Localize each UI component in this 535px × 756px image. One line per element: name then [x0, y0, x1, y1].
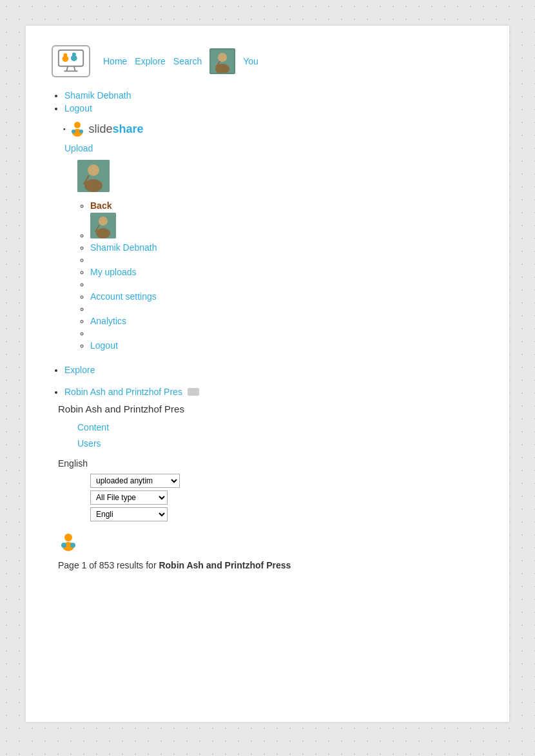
svg-point-26: [61, 543, 66, 548]
main-menu: Shamik Debnath Logout: [52, 90, 483, 113]
svg-point-27: [70, 543, 75, 548]
slideshare-logo-row: • slideshare: [63, 120, 483, 138]
tab-content[interactable]: Content: [77, 420, 483, 436]
svg-point-22: [96, 228, 110, 238]
channel-tabs: Content Users: [77, 420, 483, 452]
sub-username[interactable]: Shamik Debnath: [90, 242, 157, 253]
sub-menu: Back Shamik Debnath My uploads Account s…: [52, 200, 483, 351]
svg-line-1: [66, 66, 68, 72]
svg-point-7: [72, 53, 76, 57]
menu-username[interactable]: Shamik Debnath: [64, 90, 131, 101]
results-query: Robin Ash and Printzhof Press: [159, 560, 291, 570]
menu-upload[interactable]: Upload: [64, 143, 93, 153]
nav-links: Home Explore Search You: [103, 48, 258, 74]
language-label: English: [58, 458, 483, 469]
results-prefix: Page 1 of 853 results for: [58, 560, 159, 570]
sub-account-settings[interactable]: Account settings: [90, 291, 157, 302]
menu-logout-top[interactable]: Logout: [64, 103, 92, 113]
channel-link[interactable]: Robin Ash and Printzhof Pres: [64, 387, 182, 397]
brand-logo-icon: [55, 48, 86, 74]
sub-logout[interactable]: Logout: [90, 340, 118, 351]
channel-breadcrumb: Robin Ash and Printzhof Pres: [64, 387, 483, 397]
bottom-logo: [58, 531, 483, 554]
channel-header: Robin Ash and Printzhof Pres: [58, 403, 483, 414]
nav-you[interactable]: You: [243, 56, 258, 66]
svg-point-24: [64, 534, 72, 541]
page-container: Home Explore Search You Shamik Debnath L…: [26, 26, 509, 722]
sub-analytics[interactable]: Analytics: [90, 316, 126, 326]
nav-explore[interactable]: Explore: [135, 56, 165, 66]
sub-my-uploads[interactable]: My uploads: [90, 267, 137, 277]
svg-point-12: [74, 122, 81, 128]
menu-explore[interactable]: Explore: [64, 365, 95, 375]
svg-point-5: [63, 53, 67, 57]
sub-avatar: [90, 213, 116, 238]
avatar-list: [52, 160, 483, 194]
tab-users[interactable]: Users: [77, 436, 483, 452]
nav-avatar: [209, 48, 235, 74]
logo-box: [52, 45, 90, 77]
back-link[interactable]: Back: [90, 200, 112, 211]
nav-home[interactable]: Home: [103, 56, 127, 66]
user-avatar-medium: [77, 160, 110, 192]
svg-point-21: [99, 217, 108, 226]
channel-btn[interactable]: [188, 388, 199, 396]
slideshare-logo: slideshare: [68, 120, 144, 138]
svg-point-18: [84, 179, 102, 192]
language-filter[interactable]: Engli Spanish French German: [90, 507, 168, 521]
svg-point-14: [72, 130, 75, 133]
upload-menu: Upload: [52, 143, 483, 153]
results-text: Page 1 of 853 results for Robin Ash and …: [58, 560, 483, 570]
bottom-logo-icon: [58, 531, 79, 552]
time-filter[interactable]: uploaded anytim uploaded this week uploa…: [90, 474, 180, 488]
svg-line-2: [74, 66, 75, 72]
filetype-filter[interactable]: All File type Presentations Documents Vi…: [90, 490, 168, 505]
nav-search[interactable]: Search: [173, 56, 202, 66]
top-nav: Home Explore Search You: [52, 45, 483, 77]
svg-point-9: [218, 53, 227, 62]
svg-point-15: [79, 130, 83, 133]
svg-point-17: [88, 164, 99, 176]
bottom-menu: Explore Robin Ash and Printzhof Pres: [52, 356, 483, 397]
filter-section: uploaded anytim uploaded this week uploa…: [90, 474, 483, 521]
